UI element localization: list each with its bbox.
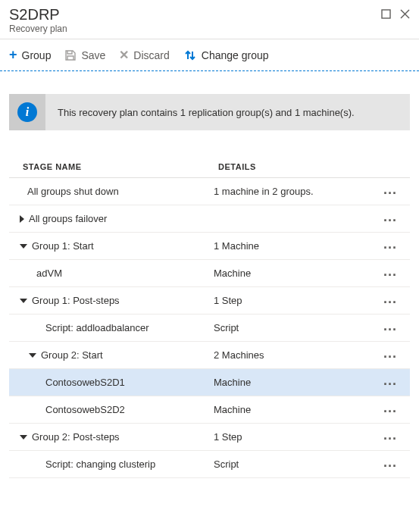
svg-rect-0	[382, 10, 390, 18]
swap-arrows-icon	[183, 49, 197, 62]
row-stage-label: Group 1: Post-steps	[32, 295, 120, 306]
save-button-label: Save	[81, 49, 105, 61]
row-stage-label: Script: changing clusterip	[45, 458, 155, 470]
blade-header: S2DRP Recovery plan	[0, 0, 419, 39]
table-row[interactable]: adVMMachine...	[9, 260, 410, 287]
row-stage-cell: All groups shut down	[9, 186, 214, 197]
table-row[interactable]: Group 2: Start2 Machines...	[9, 342, 410, 369]
row-details-cell: 1 machine in 2 groups.	[214, 186, 375, 197]
table-row[interactable]: Group 1: Start1 Machine...	[9, 233, 410, 260]
row-details-cell: 1 Step	[214, 295, 375, 306]
table-row[interactable]: Group 2: Post-steps1 Step...	[9, 424, 410, 451]
change-group-button[interactable]: Change group	[183, 49, 269, 62]
discard-icon: ✕	[119, 48, 129, 62]
row-stage-label: Script: addloadbalancer	[45, 322, 149, 333]
row-details-cell: Script	[214, 458, 375, 470]
row-details-cell: Machine	[214, 404, 375, 415]
group-button[interactable]: + Group	[9, 47, 51, 63]
row-stage-label: Group 2: Start	[41, 349, 103, 361]
close-icon[interactable]	[400, 9, 410, 21]
window-controls	[381, 6, 410, 21]
chevron-right-icon[interactable]	[20, 215, 24, 223]
row-stage-label: Group 2: Post-steps	[32, 431, 120, 443]
table-header: STAGE NAME DETAILS	[9, 156, 410, 178]
row-details-cell: 2 Machines	[214, 349, 375, 361]
table-row[interactable]: Group 1: Post-steps1 Step...	[9, 287, 410, 315]
row-details-cell: 1 Machine	[214, 240, 375, 252]
row-stage-cell: Group 2: Start	[9, 349, 214, 361]
row-stage-label: ContosowebS2D2	[45, 404, 125, 415]
header-title-group: S2DRP Recovery plan	[9, 6, 67, 34]
row-stage-cell: Group 1: Start	[9, 240, 214, 252]
column-header-stage[interactable]: STAGE NAME	[14, 162, 218, 171]
table-row[interactable]: ContosowebS2D1Machine...	[9, 369, 410, 396]
table-row[interactable]: ContosowebS2D2Machine...	[9, 396, 410, 424]
table-body: All groups shut down1 machine in 2 group…	[9, 178, 410, 478]
chevron-down-icon[interactable]	[20, 435, 27, 440]
row-stage-cell: Group 2: Post-steps	[9, 431, 214, 443]
row-stage-cell: Script: addloadbalancer	[9, 322, 214, 333]
table-row[interactable]: Script: changing clusteripScript...	[9, 451, 410, 478]
row-stage-cell: Group 1: Post-steps	[9, 295, 214, 306]
save-icon	[64, 49, 77, 61]
row-stage-label: adVM	[36, 268, 62, 279]
plus-icon: +	[9, 47, 17, 63]
group-button-label: Group	[22, 49, 52, 61]
info-icon-container: i	[9, 94, 45, 130]
save-button[interactable]: Save	[64, 49, 105, 61]
row-stage-label: All groups shut down	[27, 186, 119, 197]
row-stage-cell: All groups failover	[9, 213, 214, 224]
table-row[interactable]: Script: addloadbalancerScript...	[9, 315, 410, 342]
row-stage-cell: Script: changing clusterip	[9, 458, 214, 470]
info-banner-text: This recovery plan contains 1 replicatio…	[58, 107, 355, 118]
recovery-plan-table: STAGE NAME DETAILS All groups shut down1…	[9, 156, 410, 478]
row-details-cell: Machine	[214, 268, 375, 279]
row-stage-cell: adVM	[9, 268, 214, 279]
toolbar: + Group Save ✕ Discard Change group	[0, 39, 419, 71]
chevron-down-icon[interactable]	[29, 353, 36, 358]
column-header-details[interactable]: DETAILS	[218, 162, 405, 171]
page-title: S2DRP	[9, 6, 67, 23]
page-subtitle: Recovery plan	[9, 23, 67, 34]
row-stage-cell: ContosowebS2D2	[9, 404, 214, 415]
row-stage-label: Group 1: Start	[32, 240, 94, 252]
chevron-down-icon[interactable]	[20, 244, 27, 249]
row-stage-label: All groups failover	[29, 213, 107, 224]
discard-button-label: Discard	[133, 49, 169, 61]
info-icon: i	[17, 102, 37, 122]
chevron-down-icon[interactable]	[20, 299, 27, 303]
row-details-cell: 1 Step	[214, 431, 375, 443]
info-banner: i This recovery plan contains 1 replicat…	[9, 94, 410, 130]
change-group-button-label: Change group	[202, 49, 269, 61]
row-details-cell: Script	[214, 322, 375, 333]
row-stage-label: ContosowebS2D1	[45, 377, 125, 388]
table-row[interactable]: All groups shut down1 machine in 2 group…	[9, 178, 410, 205]
discard-button[interactable]: ✕ Discard	[119, 48, 169, 62]
row-details-cell: Machine	[214, 377, 375, 388]
table-row[interactable]: All groups failover...	[9, 205, 410, 233]
row-stage-cell: ContosowebS2D1	[9, 377, 214, 388]
restore-icon[interactable]	[381, 9, 391, 21]
